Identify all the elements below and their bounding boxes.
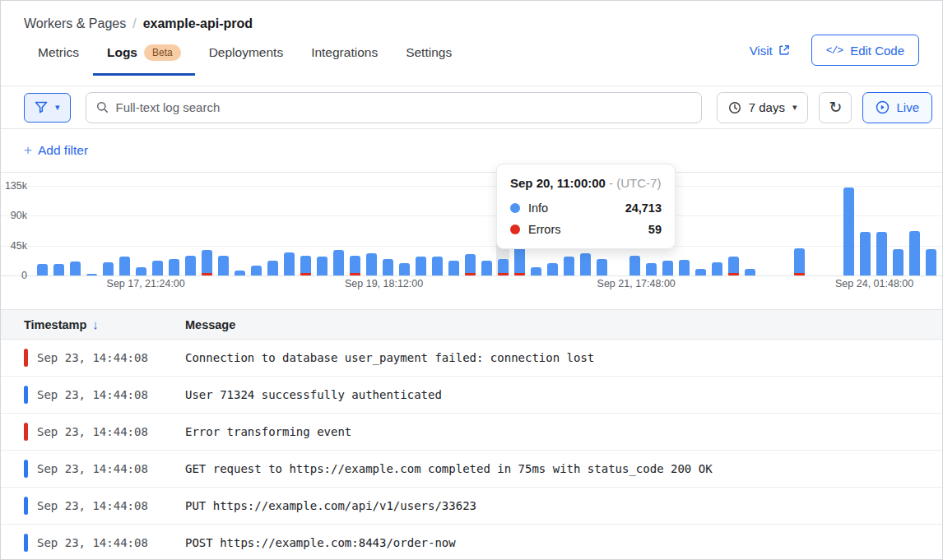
chart-bar[interactable] bbox=[741, 186, 758, 275]
chart-bar[interactable] bbox=[264, 186, 281, 275]
log-row[interactable]: Sep 23, 14:44:08Error transforming event bbox=[1, 414, 942, 451]
chart-bar[interactable] bbox=[906, 186, 922, 275]
bar-stack bbox=[794, 248, 805, 275]
tooltip-series-value: 59 bbox=[648, 223, 662, 236]
chart-bar[interactable] bbox=[100, 186, 116, 275]
log-row[interactable]: Sep 23, 14:44:08GET request to https://e… bbox=[1, 451, 942, 488]
column-header-timestamp[interactable]: Timestamp ↓ bbox=[24, 317, 185, 331]
live-button[interactable]: Live bbox=[862, 92, 932, 123]
chart-bar[interactable] bbox=[198, 186, 215, 275]
chart-bar[interactable] bbox=[774, 186, 791, 275]
bar-segment-info bbox=[53, 264, 64, 275]
bar-stack bbox=[235, 271, 245, 275]
search-input[interactable] bbox=[116, 100, 691, 114]
chart-bar[interactable] bbox=[116, 186, 132, 275]
log-row[interactable]: Sep 23, 14:44:08User 71324 successfully … bbox=[1, 377, 942, 414]
breadcrumb-section[interactable]: Workers & Pages bbox=[24, 16, 126, 31]
bar-segment-info bbox=[284, 252, 295, 275]
chart-bar[interactable] bbox=[840, 186, 857, 275]
chart-bar[interactable] bbox=[725, 186, 741, 275]
chart-bar[interactable] bbox=[692, 186, 708, 275]
chart-bar[interactable] bbox=[346, 186, 363, 275]
chart-bar[interactable] bbox=[412, 186, 429, 275]
log-level-error-indicator bbox=[24, 349, 28, 367]
x-axis-tick-label: Sep 19, 18:12:00 bbox=[345, 278, 423, 289]
chart-bar[interactable] bbox=[363, 186, 379, 275]
chart-bar[interactable] bbox=[281, 186, 297, 275]
bar-stack bbox=[893, 249, 904, 275]
funnel-icon bbox=[35, 101, 48, 113]
chart-bar[interactable] bbox=[215, 186, 231, 275]
bar-stack bbox=[909, 231, 920, 275]
tab-deployments[interactable]: Deployments bbox=[195, 31, 297, 76]
edit-code-label: Edit Code bbox=[850, 44, 904, 58]
log-row[interactable]: Sep 23, 14:44:08Connection to database u… bbox=[1, 340, 942, 377]
time-range-dropdown[interactable]: 7 days ▾ bbox=[717, 92, 809, 123]
chart-bar[interactable] bbox=[676, 186, 692, 275]
tab-integrations[interactable]: Integrations bbox=[297, 31, 392, 76]
chart-bar[interactable] bbox=[396, 186, 412, 275]
bar-stack bbox=[136, 267, 146, 275]
live-label: Live bbox=[896, 100, 919, 114]
bar-segment-info bbox=[70, 261, 81, 275]
add-filter-button[interactable]: + Add filter bbox=[24, 142, 88, 159]
chart-bar[interactable] bbox=[330, 186, 346, 275]
column-header-message[interactable]: Message bbox=[185, 318, 235, 331]
chart-bar[interactable] bbox=[50, 186, 67, 275]
bar-segment-info bbox=[235, 271, 245, 275]
chart-bar[interactable] bbox=[297, 186, 314, 275]
filter-dropdown-button[interactable]: ▾ bbox=[24, 93, 71, 123]
bar-stack bbox=[564, 257, 574, 275]
chart-bar[interactable] bbox=[132, 186, 149, 275]
log-timestamp: Sep 23, 14:44:08 bbox=[37, 425, 177, 438]
tab-metrics[interactable]: Metrics bbox=[24, 31, 93, 76]
chart-bar[interactable] bbox=[890, 186, 906, 275]
bar-segment-info bbox=[498, 259, 509, 273]
tab-logs[interactable]: Logs Beta bbox=[93, 31, 195, 76]
chart-bar[interactable] bbox=[248, 186, 264, 275]
tooltip-series-label: Errors bbox=[528, 223, 560, 236]
chart-bar[interactable] bbox=[857, 186, 873, 275]
chart-bar[interactable] bbox=[922, 186, 939, 275]
visit-link[interactable]: Visit bbox=[750, 44, 790, 58]
chart-bar[interactable] bbox=[462, 186, 478, 275]
chart-tooltip: Sep 20, 11:00:00 - (UTC-7) Info24,713Err… bbox=[496, 164, 676, 249]
tab-settings[interactable]: Settings bbox=[392, 31, 466, 76]
bar-stack bbox=[481, 261, 492, 275]
chart-bar[interactable] bbox=[807, 186, 824, 275]
page-header: Workers & Pages / example-api-prod Metri… bbox=[1, 1, 942, 86]
chart-bar[interactable] bbox=[149, 186, 165, 275]
chart-bar[interactable] bbox=[824, 186, 840, 275]
log-timestamp: Sep 23, 14:44:08 bbox=[37, 536, 177, 549]
bar-stack bbox=[728, 257, 739, 275]
chart-bar[interactable] bbox=[873, 186, 890, 275]
chart-bar[interactable] bbox=[83, 186, 100, 275]
chart-bar[interactable] bbox=[165, 186, 182, 275]
chart-bar[interactable] bbox=[314, 186, 330, 275]
chart-bar[interactable] bbox=[67, 186, 83, 275]
bar-stack bbox=[629, 256, 640, 275]
y-axis-tick-label: 45k bbox=[1, 240, 27, 252]
bar-stack bbox=[695, 269, 706, 275]
log-level-info-indicator bbox=[24, 460, 28, 478]
chart-bar[interactable] bbox=[708, 186, 725, 275]
bar-segment-errors bbox=[300, 273, 311, 275]
chart-bar[interactable] bbox=[758, 186, 774, 275]
search-box[interactable] bbox=[86, 92, 702, 123]
chart-bar[interactable] bbox=[379, 186, 396, 275]
edit-code-button[interactable]: </> Edit Code bbox=[811, 35, 919, 66]
refresh-button[interactable]: ↻ bbox=[819, 92, 852, 123]
visit-label: Visit bbox=[750, 44, 773, 58]
log-row[interactable]: Sep 23, 14:44:08PUT https://example.com/… bbox=[1, 488, 942, 525]
chart-bar[interactable] bbox=[34, 186, 50, 275]
log-row[interactable]: Sep 23, 14:44:08POST https://example.com… bbox=[1, 525, 942, 560]
chart-bar[interactable] bbox=[182, 186, 198, 275]
clock-icon bbox=[728, 101, 741, 114]
chart-bar[interactable] bbox=[791, 186, 807, 275]
log-rows: Sep 23, 14:44:08Connection to database u… bbox=[1, 340, 942, 560]
bar-segment-info bbox=[251, 266, 262, 275]
chart-bar[interactable] bbox=[445, 186, 462, 275]
chart-bar[interactable] bbox=[231, 186, 248, 275]
chart-bar[interactable] bbox=[478, 186, 495, 275]
chart-bar[interactable] bbox=[429, 186, 445, 275]
